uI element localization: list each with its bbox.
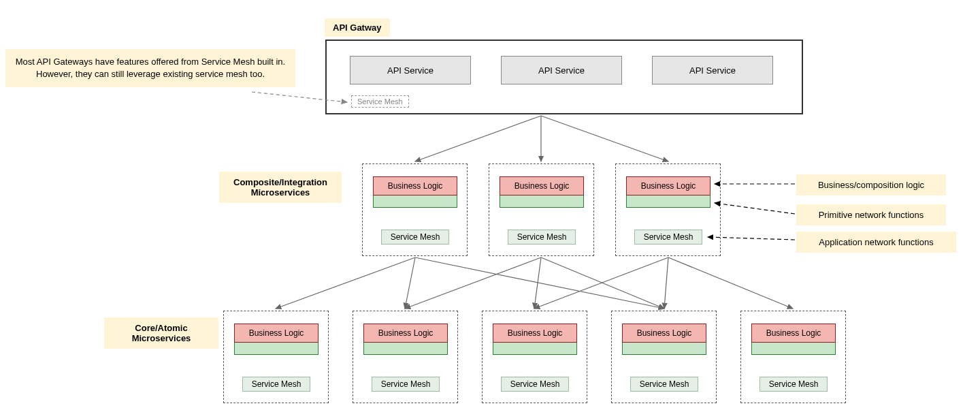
svg-line-8 bbox=[405, 257, 415, 309]
business-logic-box: Business Logic bbox=[363, 324, 448, 343]
svg-line-17 bbox=[715, 203, 795, 214]
note-api-gateway: Most API Gateways have features offered … bbox=[5, 49, 295, 87]
api-service-box: API Service bbox=[652, 56, 773, 84]
core-label-text: Core/Atomic Microservices bbox=[114, 323, 209, 343]
primitive-network-box bbox=[751, 343, 836, 355]
svg-line-11 bbox=[534, 257, 541, 309]
svg-line-10 bbox=[405, 257, 541, 309]
api-gateway-title: API Gatway bbox=[325, 18, 390, 37]
composite-label-text: Composite/Integration Microservices bbox=[229, 177, 332, 198]
service-mesh-box: Service Mesh bbox=[760, 377, 828, 392]
service-mesh-box: Service Mesh bbox=[501, 377, 569, 392]
service-mesh-box: Service Mesh bbox=[381, 230, 449, 245]
api-service-box: API Service bbox=[350, 56, 471, 84]
svg-line-7 bbox=[276, 257, 415, 309]
svg-line-6 bbox=[541, 116, 668, 161]
primitive-network-box bbox=[500, 195, 584, 208]
core-microservice: Business Logic Service Mesh bbox=[482, 311, 587, 403]
legend-primitive-network: Primitive network functions bbox=[796, 204, 946, 225]
business-logic-box: Business Logic bbox=[373, 176, 457, 195]
core-microservice: Business Logic Service Mesh bbox=[611, 311, 717, 403]
svg-line-9 bbox=[415, 257, 664, 309]
svg-line-14 bbox=[664, 257, 668, 309]
primitive-network-box bbox=[622, 343, 706, 355]
legend-business-logic: Business/composition logic bbox=[796, 174, 946, 195]
svg-line-4 bbox=[415, 116, 541, 161]
business-logic-box: Business Logic bbox=[751, 324, 836, 343]
svg-line-18 bbox=[708, 237, 795, 240]
composite-microservice: Business Logic Service Mesh bbox=[489, 163, 594, 256]
service-mesh-box: Service Mesh bbox=[508, 230, 576, 245]
core-label: Core/Atomic Microservices bbox=[104, 317, 218, 349]
legend-application-network: Application network functions bbox=[796, 232, 956, 253]
api-gateway-container: API Service API Service API Service Serv… bbox=[325, 40, 803, 114]
primitive-network-box bbox=[363, 343, 448, 355]
business-logic-box: Business Logic bbox=[626, 176, 710, 195]
composite-microservice: Business Logic Service Mesh bbox=[615, 163, 721, 256]
primitive-network-box bbox=[626, 195, 710, 208]
core-microservice: Business Logic Service Mesh bbox=[223, 311, 329, 403]
service-mesh-box: Service Mesh bbox=[242, 377, 310, 392]
svg-line-13 bbox=[534, 257, 668, 309]
svg-line-12 bbox=[541, 257, 664, 309]
svg-line-15 bbox=[668, 257, 793, 309]
service-mesh-box: Service Mesh bbox=[630, 377, 698, 392]
business-logic-box: Business Logic bbox=[500, 176, 584, 195]
core-microservice: Business Logic Service Mesh bbox=[353, 311, 458, 403]
business-logic-box: Business Logic bbox=[622, 324, 706, 343]
composite-microservice: Business Logic Service Mesh bbox=[362, 163, 468, 256]
api-service-box: API Service bbox=[501, 56, 622, 84]
core-microservice: Business Logic Service Mesh bbox=[740, 311, 846, 403]
composite-label: Composite/Integration Microservices bbox=[219, 172, 342, 203]
primitive-network-box bbox=[493, 343, 577, 355]
business-logic-box: Business Logic bbox=[493, 324, 577, 343]
business-logic-box: Business Logic bbox=[234, 324, 318, 343]
service-mesh-box: Service Mesh bbox=[372, 377, 440, 392]
gateway-service-mesh: Service Mesh bbox=[351, 95, 409, 108]
service-mesh-box: Service Mesh bbox=[634, 230, 702, 245]
primitive-network-box bbox=[234, 343, 318, 355]
primitive-network-box bbox=[373, 195, 457, 208]
